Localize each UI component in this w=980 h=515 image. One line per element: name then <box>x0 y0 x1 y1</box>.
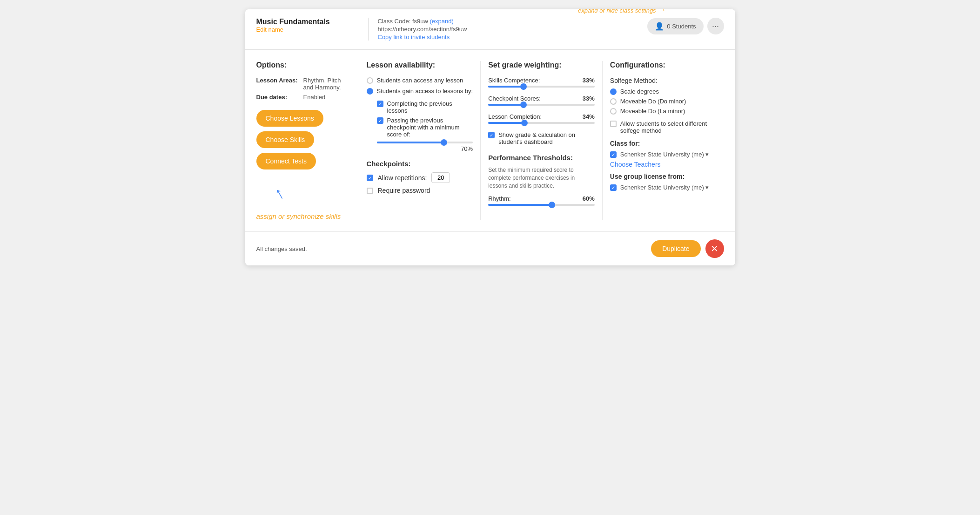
use-group-checkbox[interactable] <box>610 184 617 191</box>
tooltip-arrow-icon: → <box>658 9 666 14</box>
skills-label: Skills Competence: <box>488 77 540 84</box>
show-grade-checkbox[interactable] <box>488 132 495 138</box>
allow-solfege-checkbox[interactable] <box>610 121 617 127</box>
lesson-access-radio-group: Students can access any lesson Students … <box>367 77 473 95</box>
page-title: Music Fundamentals <box>256 18 359 26</box>
rhythm-grade-item: Rhythm: 60% <box>488 195 595 206</box>
allow-repetitions-checkbox[interactable] <box>367 175 373 181</box>
connect-tests-row: Connect Tests <box>256 153 351 169</box>
more-options-button[interactable]: ··· <box>707 18 724 34</box>
footer-buttons: Duplicate ✕ <box>651 239 724 258</box>
solfege-la-label: Moveable Do (La minor) <box>620 108 685 115</box>
checkpoint-label: Checkpoint Scores: <box>488 95 541 102</box>
choose-teachers-link[interactable]: Choose Teachers <box>610 161 717 168</box>
solfege-la-radio[interactable] <box>610 108 617 115</box>
skills-pct: 33% <box>583 77 595 84</box>
solfege-scale-degrees: Scale degrees <box>610 88 717 95</box>
repetitions-input[interactable] <box>431 172 450 183</box>
lesson-fill <box>488 122 524 124</box>
copy-link[interactable]: Copy link to invite students <box>378 34 648 41</box>
rhythm-label-row: Rhythm: 60% <box>488 195 595 202</box>
due-dates-label: Due dates: <box>256 94 298 101</box>
require-password-row: Require password <box>367 187 473 194</box>
require-password-label: Require password <box>378 187 430 194</box>
checkbox-passing: Passing the previous checkpoint with a m… <box>377 117 473 138</box>
header-center: Class Code: fs9uw (expand) https://utheo… <box>378 18 648 41</box>
annotation-arrow-icon: ↑ <box>270 183 288 203</box>
class-for-section: Class for: Schenker State University (me… <box>610 140 717 168</box>
status-message: All changes saved. <box>256 245 307 252</box>
solfege-la-minor: Moveable Do (La minor) <box>610 108 717 115</box>
checkpoint-slider[interactable] <box>488 104 595 106</box>
checkbox-passing-box[interactable] <box>377 117 383 124</box>
perf-thresholds-title: Performance Thresholds: <box>488 154 595 162</box>
allow-repetitions-label: Allow repetitions: <box>378 174 427 182</box>
checkpoint-fill <box>488 104 523 106</box>
class-for-value[interactable]: Schenker State University (me) ▾ <box>620 151 709 158</box>
class-code-row: Class Code: fs9uw (expand) <box>378 18 648 25</box>
checkpoint-thumb[interactable] <box>520 102 527 108</box>
options-grid: Lesson Areas: Rhythm, Pitch and Harmony,… <box>256 77 351 101</box>
connect-tests-button[interactable]: Connect Tests <box>256 153 316 169</box>
allow-repetitions-row: Allow repetitions: <box>367 172 473 183</box>
min-score-thumb[interactable] <box>441 139 447 146</box>
edit-name-link[interactable]: Edit name <box>256 26 359 33</box>
show-grade-row: Show grade & calculation on student's da… <box>488 131 595 145</box>
options-column: Options: Lesson Areas: Rhythm, Pitch and… <box>256 61 359 220</box>
use-group-value[interactable]: Schenker State University (me) ▾ <box>620 184 709 191</box>
rhythm-thumb[interactable] <box>549 202 555 208</box>
class-for-checkbox[interactable] <box>610 151 617 158</box>
main-content: Options: Lesson Areas: Rhythm, Pitch and… <box>245 49 735 231</box>
duplicate-button[interactable]: Duplicate <box>651 240 700 257</box>
solfege-do-minor: Moveable Do (Do minor) <box>610 98 717 105</box>
choose-skills-button[interactable]: Choose Skills <box>256 131 315 148</box>
annotation-text: assign or synchronize skills <box>256 212 351 220</box>
skills-slider[interactable] <box>488 86 595 88</box>
perf-desc: Set the minimum required score to comple… <box>488 166 595 190</box>
choose-lessons-button[interactable]: Choose Lessons <box>256 110 323 127</box>
rhythm-label: Rhythm: <box>488 195 510 202</box>
checkbox-completing-label: Completing the previous lessons <box>387 100 473 114</box>
checkbox-completing: Completing the previous lessons <box>377 100 473 114</box>
header: Music Fundamentals Edit name Class Code:… <box>245 9 735 49</box>
lesson-availability-column: Lesson availability: Students can access… <box>359 61 481 220</box>
footer: All changes saved. Duplicate ✕ <box>245 231 735 265</box>
close-button[interactable]: ✕ <box>705 239 724 258</box>
lesson-grade-item: Lesson Completion: 34% <box>488 113 595 124</box>
expand-link[interactable]: (expand) <box>430 18 454 25</box>
solfege-scale-radio[interactable] <box>610 88 617 95</box>
due-dates-value: Enabled <box>303 94 351 101</box>
header-divider <box>368 18 369 41</box>
annotation-area: ↑ assign or synchronize skills <box>256 183 351 220</box>
header-left: Music Fundamentals Edit name <box>256 18 359 33</box>
checkpoint-label-row: Checkpoint Scores: 33% <box>488 95 595 102</box>
solfege-do-radio[interactable] <box>610 98 617 105</box>
class-code-value: fs9uw <box>412 18 428 25</box>
rhythm-slider[interactable] <box>488 204 595 206</box>
min-score-slider[interactable] <box>377 142 473 143</box>
students-button[interactable]: 👤 0 Students <box>647 18 703 34</box>
radio-gain-access-circle[interactable] <box>367 88 373 95</box>
solfege-label: Solfege Method: <box>610 77 717 84</box>
radio-any-lesson: Students can access any lesson <box>367 77 473 84</box>
skills-thumb[interactable] <box>520 83 527 90</box>
lesson-thumb[interactable] <box>521 120 528 126</box>
require-password-checkbox[interactable] <box>367 188 373 194</box>
checkpoint-grade-item: Checkpoint Scores: 33% <box>488 95 595 106</box>
grade-weighting-title: Set grade weighting: <box>488 61 595 69</box>
checkpoints-title: Checkpoints: <box>367 160 473 168</box>
lesson-areas-label: Lesson Areas: <box>256 77 298 91</box>
close-icon: ✕ <box>711 243 718 254</box>
allow-solfege-label: Allow students to select different solfe… <box>620 120 717 134</box>
configurations-title: Configurations: <box>610 61 717 69</box>
lesson-slider[interactable] <box>488 122 595 124</box>
checkbox-completing-box[interactable] <box>377 101 383 107</box>
lesson-pct: 34% <box>583 113 595 120</box>
solfege-radio-group: Scale degrees Moveable Do (Do minor) Mov… <box>610 88 717 115</box>
radio-any-lesson-circle[interactable] <box>367 77 373 84</box>
header-right: expand or hide class settings → 👤 0 Stud… <box>647 18 724 34</box>
expand-tooltip-text: expand or hide class settings <box>578 9 656 14</box>
use-group-title: Use group license from: <box>610 173 717 180</box>
rhythm-fill <box>488 204 552 206</box>
radio-gain-access: Students gain access to lessons by: <box>367 88 473 95</box>
